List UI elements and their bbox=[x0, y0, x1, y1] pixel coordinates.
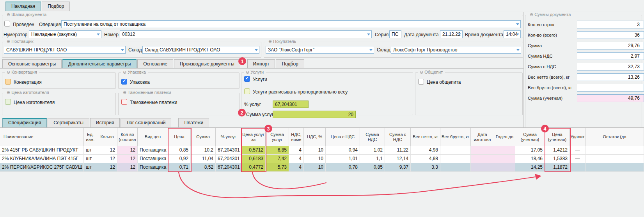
cell-1-8[interactable]: 0,6183 bbox=[241, 155, 266, 163]
services-proportional-checkbox[interactable] bbox=[244, 88, 250, 94]
doc-time-field[interactable]: 14:04 bbox=[504, 30, 521, 38]
cell-1-7[interactable]: 67,204301 bbox=[216, 155, 241, 163]
column-header-7[interactable]: % услуг bbox=[216, 128, 241, 146]
cell-2-14[interactable]: 9,37 bbox=[385, 163, 411, 171]
cell-0-15[interactable]: 4,98 bbox=[411, 146, 440, 154]
tab-dopolnitelnye-parametry[interactable]: Дополнительные параметры bbox=[62, 59, 137, 69]
services-sum-field[interactable]: 20 bbox=[273, 111, 356, 118]
cell-2-21[interactable] bbox=[570, 163, 585, 171]
column-header-0[interactable]: Наименование bbox=[0, 128, 84, 146]
tab-platezhi[interactable]: Платежи bbox=[178, 118, 209, 127]
cell-2-18[interactable] bbox=[494, 163, 515, 171]
cell-2-10[interactable]: 4 bbox=[289, 163, 304, 171]
cell-2-9[interactable]: 5,73 bbox=[266, 163, 289, 171]
cell-2-19[interactable]: 14,25 bbox=[515, 163, 545, 171]
column-header-13[interactable]: Сумма НДС bbox=[360, 128, 385, 146]
cell-1-17[interactable] bbox=[471, 155, 494, 163]
packaging-checkbox[interactable] bbox=[121, 79, 127, 85]
cell-0-2[interactable]: 12 bbox=[97, 146, 117, 154]
catering-checkbox[interactable] bbox=[418, 79, 424, 85]
cell-1-10[interactable]: 4 bbox=[289, 155, 304, 163]
cell-2-15[interactable]: 3,3 bbox=[411, 163, 440, 171]
cell-1-9[interactable]: 7,42 bbox=[266, 155, 289, 163]
cell-1-6[interactable]: 11,04 bbox=[191, 155, 216, 163]
tab-specifikaciya[interactable]: Спецификация bbox=[2, 118, 47, 127]
cell-2-22[interactable] bbox=[585, 163, 644, 171]
cell-2-16[interactable] bbox=[440, 163, 471, 171]
totals-value-field[interactable]: 3 bbox=[577, 21, 644, 28]
totals-value-field[interactable]: 32,73 bbox=[577, 63, 644, 71]
cell-2-8[interactable]: 0,4772 bbox=[241, 163, 266, 171]
manufacturer-price-checkbox[interactable] bbox=[5, 99, 11, 105]
cell-0-7[interactable]: 67,204301 bbox=[216, 146, 241, 154]
cell-1-1[interactable]: шт bbox=[84, 155, 97, 163]
cell-0-6[interactable]: 10,2 bbox=[191, 146, 216, 154]
cell-1-5[interactable]: 0,92 bbox=[168, 155, 191, 163]
totals-value-field[interactable]: 2,97 bbox=[577, 52, 644, 60]
cell-1-2[interactable]: 12 bbox=[97, 155, 117, 163]
cell-1-16[interactable] bbox=[440, 155, 471, 163]
tab-osnovanie[interactable]: Основание bbox=[137, 59, 173, 69]
cell-1-15[interactable]: 4,98 bbox=[411, 155, 440, 163]
column-header-15[interactable]: Вес нетто, кг bbox=[411, 128, 440, 146]
collapse-icon[interactable]: ⊖ bbox=[420, 70, 423, 74]
cell-1-22[interactable] bbox=[585, 155, 644, 163]
supplier-name-field[interactable]: САВУШКИН ПРОДУКТ ОАО bbox=[4, 46, 126, 54]
cell-1-13[interactable]: 1,1 bbox=[360, 155, 385, 163]
tab-podbor-param[interactable]: Подбор bbox=[276, 59, 304, 69]
column-header-2[interactable]: Кол-во bbox=[97, 128, 117, 146]
collapse-icon[interactable]: ⊖ bbox=[7, 90, 10, 95]
services-percent-field[interactable]: 67,204301 bbox=[273, 101, 309, 108]
collapse-icon[interactable]: ⊖ bbox=[7, 39, 10, 44]
number-field[interactable]: 00312 bbox=[120, 30, 372, 38]
cell-0-16[interactable] bbox=[440, 146, 471, 154]
column-header-9[interactable]: Сумма услуг bbox=[266, 128, 289, 146]
cell-2-13[interactable]: 0,85 bbox=[360, 163, 385, 171]
cell-1-19[interactable]: 18,46 bbox=[515, 155, 545, 163]
cell-2-2[interactable]: 12 bbox=[97, 163, 117, 171]
column-header-22[interactable]: Остаток (до bbox=[585, 128, 644, 146]
cell-0-8[interactable]: 0,5712 bbox=[241, 146, 266, 154]
cell-1-11[interactable]: 10 bbox=[304, 155, 326, 163]
cell-2-20[interactable]: 1,1872 bbox=[545, 163, 570, 171]
operation-field[interactable]: Поступление на склад от поставщика bbox=[61, 20, 521, 28]
totals-value-field[interactable]: 49,76 bbox=[577, 94, 644, 102]
tab-proizvodnye-dokumenty[interactable]: Производные документы bbox=[174, 59, 240, 69]
column-header-8[interactable]: Цена услуг за bbox=[241, 128, 266, 146]
totals-value-field[interactable]: 13,26 bbox=[577, 73, 644, 81]
cell-2-11[interactable]: 10 bbox=[304, 163, 326, 171]
column-header-4[interactable]: Вид цен bbox=[138, 128, 168, 146]
totals-value-field[interactable] bbox=[577, 84, 644, 92]
tab-sertifikaty[interactable]: Сертификаты bbox=[48, 118, 89, 127]
services-checkbox[interactable] bbox=[244, 76, 250, 82]
tab-log-skanirovaniy[interactable]: Лог сканирований bbox=[121, 118, 171, 127]
cell-0-3[interactable]: 12 bbox=[117, 146, 138, 154]
collapse-icon[interactable]: ⊖ bbox=[7, 70, 10, 74]
totals-value-field[interactable]: 36 bbox=[577, 31, 644, 39]
collapse-icon[interactable]: ⊖ bbox=[7, 12, 10, 17]
proveden-checkbox[interactable] bbox=[4, 21, 10, 26]
cell-0-11[interactable]: 10 bbox=[304, 146, 326, 154]
column-header-10[interactable]: НДС, номе bbox=[289, 128, 304, 146]
cell-2-4[interactable]: Поставщика bbox=[138, 163, 168, 171]
cell-0-4[interactable]: Поставщика bbox=[138, 146, 168, 154]
cell-2-5[interactable]: 0,71 bbox=[168, 163, 191, 171]
column-header-18[interactable]: Годен до bbox=[494, 128, 515, 146]
cell-2-1[interactable]: шт bbox=[84, 163, 97, 171]
collapse-icon[interactable]: ⊖ bbox=[123, 70, 126, 74]
column-header-21[interactable]: Удалит bbox=[570, 128, 585, 146]
cell-0-12[interactable]: 0,94 bbox=[326, 146, 360, 154]
supplier-warehouse-field[interactable]: Склад САВУШКИН ПРОДУКТ ОАО bbox=[142, 46, 259, 54]
column-header-11[interactable]: НДС, % bbox=[304, 128, 326, 146]
cell-2-7[interactable]: 67,204301 bbox=[216, 163, 241, 171]
cell-0-14[interactable]: 11,22 bbox=[385, 146, 411, 154]
cell-0-9[interactable]: 6,85 bbox=[266, 146, 289, 154]
cell-0-1[interactable]: шт bbox=[84, 146, 97, 154]
collapse-icon[interactable]: ⊖ bbox=[268, 39, 272, 44]
column-header-5[interactable]: Цена bbox=[168, 128, 191, 146]
cell-1-18[interactable] bbox=[494, 155, 515, 163]
column-header-16[interactable]: Вес брутто, кг bbox=[440, 128, 471, 146]
column-header-19[interactable]: Сумма (учетная) bbox=[515, 128, 545, 146]
cell-0-20[interactable]: 1,4212 bbox=[545, 146, 570, 154]
table-row-2[interactable]: 2% ПЕРСИК/АБРИКОС 275Г САВУШшт1212Постав… bbox=[0, 163, 644, 172]
